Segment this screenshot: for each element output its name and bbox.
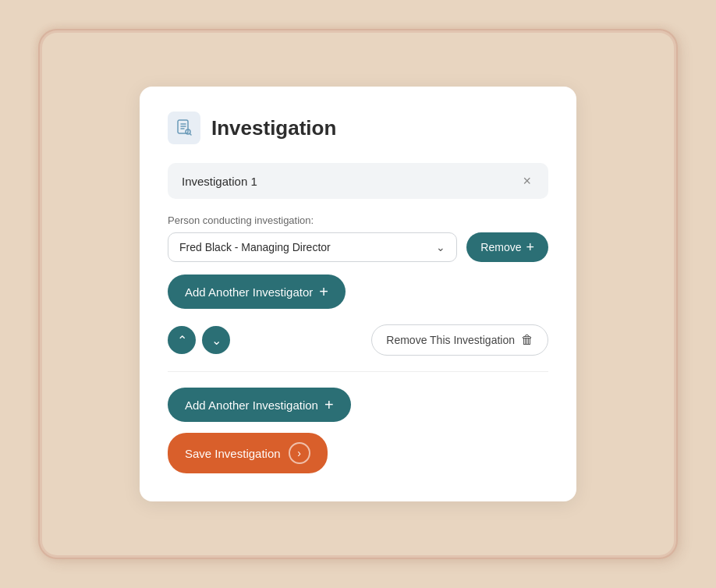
chevron-down-button[interactable]: ⌄ bbox=[202, 326, 230, 354]
chevron-up-button[interactable]: ⌃ bbox=[168, 326, 196, 354]
person-field-label: Person conducting investigation: bbox=[168, 214, 548, 226]
remove-investigation-button[interactable]: Remove This Investigation 🗑 bbox=[371, 324, 548, 356]
tab-label: Investigation 1 bbox=[182, 175, 257, 188]
chevron-down-icon: ⌄ bbox=[211, 333, 222, 348]
dropdown-chevron-icon: ⌄ bbox=[436, 241, 445, 253]
outer-frame: Investigation Investigation 1 × Person c… bbox=[38, 29, 678, 559]
save-arrow-icon: › bbox=[289, 442, 310, 464]
remove-label: Remove bbox=[480, 241, 521, 253]
add-investigation-plus-icon: + bbox=[324, 397, 334, 413]
chevron-group: ⌃ ⌄ bbox=[168, 326, 230, 354]
divider bbox=[168, 371, 548, 372]
add-investigator-button[interactable]: Add Another Investigator + bbox=[168, 275, 346, 309]
tab-close-button[interactable]: × bbox=[519, 174, 534, 188]
add-investigation-button[interactable]: Add Another Investigation + bbox=[168, 388, 351, 422]
remove-button[interactable]: Remove + bbox=[466, 232, 548, 262]
save-investigation-button[interactable]: Save Investigation › bbox=[168, 433, 328, 473]
page-title: Investigation bbox=[211, 116, 336, 140]
person-dropdown[interactable]: Fred Black - Managing Director ⌄ bbox=[168, 232, 457, 262]
card: Investigation Investigation 1 × Person c… bbox=[140, 87, 576, 501]
action-row: ⌃ ⌄ Remove This Investigation 🗑 bbox=[168, 324, 548, 356]
investigation-tab: Investigation 1 × bbox=[168, 163, 548, 199]
remove-plus-icon: + bbox=[526, 240, 534, 254]
remove-investigation-label: Remove This Investigation bbox=[386, 334, 515, 346]
card-header: Investigation bbox=[168, 112, 548, 144]
dropdown-selected-value: Fred Black - Managing Director bbox=[179, 241, 331, 253]
dropdown-row: Fred Black - Managing Director ⌄ Remove … bbox=[168, 232, 548, 262]
save-label: Save Investigation bbox=[185, 447, 281, 460]
add-investigator-plus-icon: + bbox=[319, 284, 328, 299]
trash-icon: 🗑 bbox=[521, 333, 533, 347]
add-investigator-label: Add Another Investigator bbox=[185, 285, 313, 299]
add-investigation-label: Add Another Investigation bbox=[185, 398, 318, 412]
chevron-up-icon: ⌃ bbox=[177, 333, 187, 348]
investigation-document-icon bbox=[168, 112, 200, 144]
